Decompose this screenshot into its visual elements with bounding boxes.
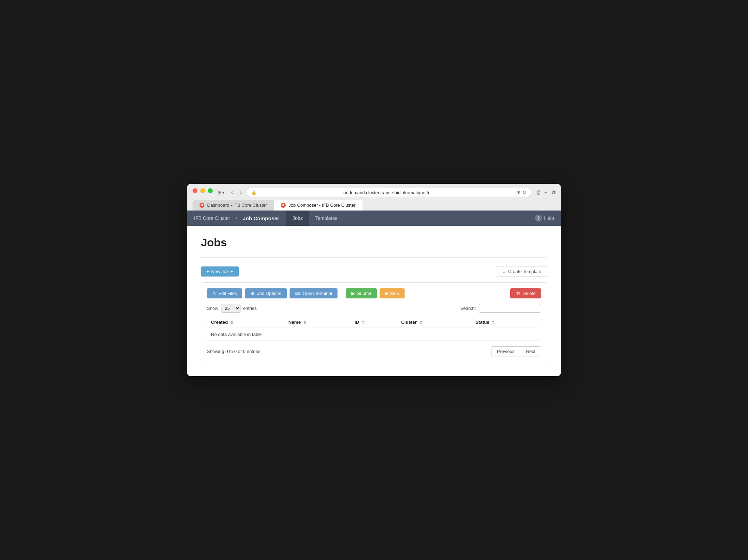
pagination-summary: Showing 0 to 0 of 0 entries: [207, 349, 260, 354]
previous-button[interactable]: Previous: [491, 346, 521, 356]
app-content: IFB Core Cluster / Job Composer Jobs Tem…: [187, 211, 561, 376]
tab-label-composer: Job Composer - IFB Core Cluster: [288, 203, 356, 208]
browser-chrome: ⊞ ▾ ‹ › 🔒 ondemand.cluster.france-bioinf…: [187, 184, 561, 211]
plus-icon: +: [206, 269, 209, 274]
nav-links: Jobs Templates: [286, 211, 343, 226]
nav-brand: IFB Core Cluster / Job Composer: [194, 215, 279, 221]
reload-icon[interactable]: ↻: [522, 190, 527, 195]
table-header-row: Created ⇅ Name ⇅ ID ⇅: [207, 317, 541, 328]
edit-files-label: Edit Files: [218, 291, 237, 296]
url-text: ondemand.cluster.france-bioinformatique.…: [259, 190, 514, 195]
search-input[interactable]: [479, 304, 541, 313]
next-button[interactable]: Next: [520, 346, 541, 356]
app-nav: IFB Core Cluster / Job Composer Jobs Tem…: [187, 211, 561, 226]
tabs-icon[interactable]: ⧉: [552, 189, 555, 196]
share-icon[interactable]: ⎙: [537, 189, 540, 196]
browser-window: ⊞ ▾ ‹ › 🔒 ondemand.cluster.france-bioinf…: [187, 184, 561, 376]
address-bar[interactable]: 🔒 ondemand.cluster.france-bioinformatiqu…: [247, 188, 531, 197]
col-cluster-label: Cluster: [401, 320, 417, 325]
page-title: Jobs: [201, 236, 547, 249]
browser-tabs: ↺ Dashboard - IFB Core Cluster ↺ Job Com…: [193, 200, 555, 211]
table-header: Created ⇅ Name ⇅ ID ⇅: [207, 317, 541, 328]
no-data-message: No data available in table: [207, 328, 541, 341]
col-created-label: Created: [211, 320, 228, 325]
show-label: Show: [207, 306, 218, 311]
open-terminal-label: Open Terminal: [303, 291, 332, 296]
sidebar-icon: ⊞: [218, 190, 222, 195]
nav-link-templates-label: Templates: [315, 215, 338, 221]
minimize-button[interactable]: [200, 188, 205, 193]
col-name-label: Name: [288, 320, 301, 325]
help-label: Help: [544, 215, 554, 221]
page-divider: [201, 257, 547, 258]
caret-icon: ▾: [231, 269, 233, 274]
add-tab-icon[interactable]: +: [544, 189, 547, 196]
tab-favicon-dashboard: ↺: [200, 203, 204, 208]
nav-link-templates[interactable]: Templates: [309, 211, 344, 226]
delete-button[interactable]: 🗑 Delete: [510, 288, 541, 298]
sort-id-icon: ⇅: [362, 320, 365, 324]
nav-help[interactable]: ? Help: [535, 215, 554, 222]
tab-composer[interactable]: ↺ Job Composer - IFB Core Cluster: [274, 200, 363, 211]
sort-name-icon: ⇅: [303, 320, 307, 324]
pencil-icon: ✎: [212, 291, 216, 296]
traffic-lights: [193, 188, 213, 193]
show-entries: Show 25 10 50 100 entries: [207, 304, 257, 313]
sidebar-toggle-button[interactable]: ⊞ ▾: [216, 188, 226, 197]
sort-status-icon: ⇅: [492, 320, 495, 324]
tab-favicon-composer: ↺: [281, 203, 286, 208]
play-icon: ▶: [351, 291, 355, 296]
terminal-icon: ⌨: [295, 291, 301, 296]
nav-brand-name: IFB Core Cluster: [194, 215, 230, 221]
nav-current: Job Composer: [243, 215, 279, 221]
browser-actions: ⎙ + ⧉: [537, 189, 555, 196]
sort-created-icon: ⇅: [230, 320, 234, 324]
chevron-down-icon: ▾: [222, 191, 224, 195]
create-template-label: Create Template: [508, 269, 541, 274]
stop-label: Stop: [390, 291, 399, 296]
job-options-button[interactable]: ⚙ Job Options: [245, 288, 286, 298]
pagination-row: Showing 0 to 0 of 0 entries Previous Nex…: [207, 346, 541, 356]
new-job-button[interactable]: + New Job ▾: [201, 266, 239, 277]
entries-select[interactable]: 25 10 50 100: [221, 304, 241, 313]
close-button[interactable]: [193, 188, 197, 193]
open-terminal-button[interactable]: ⌨ Open Terminal: [290, 288, 338, 298]
nav-link-jobs-label: Jobs: [292, 215, 303, 221]
maximize-button[interactable]: [208, 188, 213, 193]
table-controls: Show 25 10 50 100 entries Search:: [207, 304, 541, 313]
col-created[interactable]: Created ⇅: [207, 317, 284, 328]
star-icon: ☆: [502, 269, 506, 274]
col-id-label: ID: [355, 320, 359, 325]
new-job-label: New Job: [211, 269, 229, 274]
edit-files-button[interactable]: ✎ Edit Files: [207, 288, 242, 298]
delete-label: Delete: [522, 291, 536, 296]
sort-cluster-icon: ⇅: [420, 320, 423, 324]
job-options-label: Job Options: [257, 291, 281, 296]
back-button[interactable]: ‹: [229, 189, 235, 196]
lock-icon: 🔒: [251, 190, 257, 195]
table-body: No data available in table: [207, 328, 541, 341]
col-status[interactable]: Status ⇅: [471, 317, 541, 328]
col-cluster[interactable]: Cluster ⇅: [397, 317, 471, 328]
table-card: ✎ Edit Files ⚙ Job Options ⌨ Open Termin…: [201, 282, 547, 362]
col-name[interactable]: Name ⇅: [284, 317, 350, 328]
data-table: Created ⇅ Name ⇅ ID ⇅: [207, 317, 541, 341]
nav-separator: /: [236, 215, 237, 221]
stop-button[interactable]: ■ Stop: [380, 288, 405, 298]
main-content: Jobs + New Job ▾ ☆ Create Template: [187, 226, 561, 376]
search-label: Search:: [460, 306, 476, 311]
tab-dashboard[interactable]: ↺ Dashboard - IFB Core Cluster: [193, 200, 274, 211]
nav-link-jobs[interactable]: Jobs: [286, 211, 309, 226]
col-id[interactable]: ID ⇅: [350, 317, 397, 328]
pagination-buttons: Previous Next: [491, 346, 541, 356]
translate-icon: ⊞: [517, 190, 520, 195]
col-status-label: Status: [475, 320, 489, 325]
stop-icon: ■: [385, 291, 388, 296]
submit-button[interactable]: ▶ Submit: [346, 288, 376, 298]
tab-label-dashboard: Dashboard - IFB Core Cluster: [207, 203, 267, 208]
forward-button[interactable]: ›: [238, 189, 244, 196]
trash-icon: 🗑: [516, 291, 520, 296]
gear-icon: ⚙: [251, 291, 255, 296]
entries-label: entries: [243, 306, 257, 311]
create-template-button[interactable]: ☆ Create Template: [496, 266, 547, 277]
